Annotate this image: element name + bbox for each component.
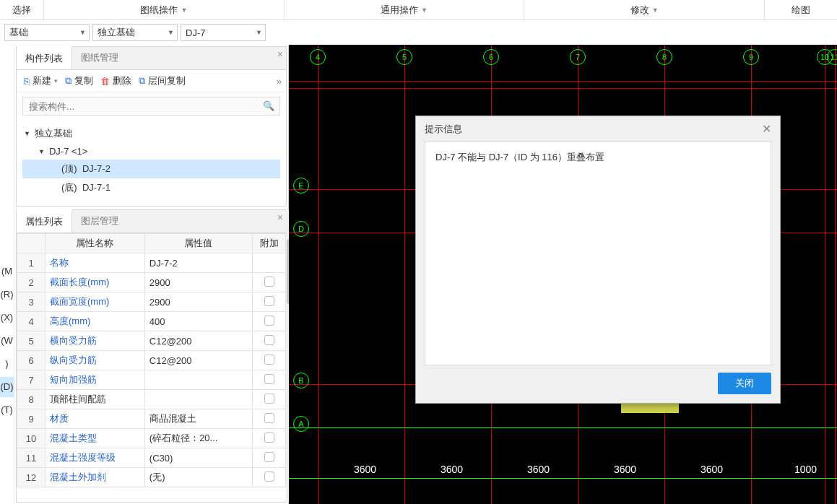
checkbox[interactable] [264, 433, 274, 443]
tab-layer-mgmt[interactable]: 图层管理 [72, 210, 127, 233]
close-icon[interactable]: × [277, 48, 283, 60]
left-rail-item[interactable]: ) [0, 354, 14, 374]
prop-name[interactable]: 短向加强筋 [45, 370, 145, 390]
prop-value[interactable]: DJ-7-2 [144, 253, 252, 273]
dialog-titlebar[interactable]: 提示信息 ✕ [416, 116, 780, 142]
prop-name[interactable]: 横向受力筋 [45, 331, 145, 351]
table-row[interactable]: 2截面长度(mm)2900 [17, 273, 286, 292]
table-row[interactable]: 11混凝土强度等级(C30) [17, 448, 286, 468]
table-row[interactable]: 4高度(mm)400 [17, 312, 286, 331]
prop-name[interactable]: 高度(mm) [45, 312, 145, 331]
new-button[interactable]: ⎘新建▾ [21, 73, 61, 89]
tree-leaf-bottom[interactable]: (底) DJ-7-1 [22, 178, 280, 197]
close-icon[interactable]: × [277, 212, 283, 223]
tab-property-list[interactable]: 属性列表 [17, 209, 72, 233]
table-row[interactable]: 8顶部柱间配筋 [17, 390, 286, 409]
tree-root[interactable]: ▼独立基础 [22, 124, 280, 143]
prop-value[interactable]: 商品混凝土 [144, 409, 252, 429]
delete-button[interactable]: 🗑删除 [97, 73, 134, 89]
prop-value[interactable]: 2900 [144, 273, 252, 292]
menu-modify[interactable]: 修改▼ [524, 0, 764, 19]
prop-extra[interactable] [253, 429, 286, 448]
prop-extra[interactable] [253, 390, 286, 409]
prop-extra[interactable] [253, 370, 286, 390]
left-rail-item[interactable]: (D) [0, 377, 14, 397]
checkbox[interactable] [264, 316, 274, 326]
tree-leaf-top[interactable]: (顶) DJ-7-2 [22, 160, 280, 178]
combo-type[interactable]: 独立基础▼ [92, 24, 178, 41]
combo-category[interactable]: 基础▼ [4, 24, 90, 41]
prop-name[interactable]: 混凝土类型 [45, 429, 145, 448]
prop-name[interactable]: 截面宽度(mm) [45, 292, 145, 312]
row-index: 12 [17, 468, 45, 487]
info-dialog: 提示信息 ✕ DJ-7 不能与 DJ-7（ID 为 116）重叠布置 关闭 [415, 116, 781, 404]
prop-name[interactable]: 混凝土强度等级 [45, 448, 145, 468]
axis-marker: 8 [656, 49, 672, 65]
layers-icon: ⧉ [139, 75, 145, 87]
prop-extra[interactable] [253, 273, 286, 292]
checkbox[interactable] [264, 413, 274, 423]
table-row[interactable]: 1名称DJ-7-2 [17, 253, 286, 273]
checkbox[interactable] [264, 394, 274, 404]
tab-component-list[interactable]: 构件列表 [17, 46, 72, 69]
dialog-close-icon[interactable]: ✕ [762, 122, 771, 136]
prop-name[interactable]: 名称 [45, 253, 145, 273]
tree-child[interactable]: ▼DJ-7 <1> [22, 143, 280, 160]
prop-extra[interactable] [253, 331, 286, 351]
left-rail-item[interactable]: (W [0, 331, 14, 351]
table-row[interactable]: 6纵向受力筋C12@200 [17, 351, 286, 370]
table-row[interactable]: 3截面宽度(mm)2900 [17, 292, 286, 312]
table-row[interactable]: 7短向加强筋 [17, 370, 286, 390]
prop-name[interactable]: 混凝土外加剂 [45, 468, 145, 487]
component-tabs: 构件列表 图纸管理 [17, 47, 286, 70]
prop-value[interactable]: (C30) [144, 448, 252, 468]
more-button[interactable]: » [277, 76, 282, 87]
prop-value[interactable]: (碎石粒径：20... [144, 429, 252, 448]
layer-copy-button[interactable]: ⧉层间复制 [136, 73, 188, 89]
checkbox[interactable] [264, 452, 274, 462]
tab-drawing-mgmt[interactable]: 图纸管理 [72, 47, 127, 69]
left-rail-item[interactable]: (X) [0, 308, 14, 328]
prop-extra[interactable] [253, 409, 286, 429]
prop-value[interactable]: (无) [144, 468, 252, 487]
prop-extra[interactable] [253, 312, 286, 331]
left-rail-item[interactable]: (M [0, 261, 14, 282]
left-rail-item[interactable]: (R) [0, 284, 14, 305]
prop-value[interactable] [144, 370, 252, 390]
prop-name[interactable]: 顶部柱间配筋 [45, 390, 145, 409]
left-rail-item[interactable]: (T) [0, 400, 14, 420]
table-row[interactable]: 5横向受力筋C12@200 [17, 331, 286, 351]
prop-extra[interactable] [253, 468, 286, 487]
tree-leaf-label: DJ-7-1 [82, 182, 110, 193]
checkbox[interactable] [264, 355, 274, 365]
prop-value[interactable]: 2900 [144, 292, 252, 312]
menu-drawing-ops[interactable]: 图纸操作▼ [44, 0, 284, 19]
checkbox[interactable] [264, 335, 274, 345]
checkbox[interactable] [264, 472, 274, 482]
prop-name[interactable]: 材质 [45, 409, 145, 429]
table-row[interactable]: 10混凝土类型(碎石粒径：20... [17, 429, 286, 448]
checkbox[interactable] [264, 277, 274, 287]
prop-extra[interactable] [253, 448, 286, 468]
search-input[interactable] [22, 97, 280, 116]
prop-value[interactable]: C12@200 [144, 351, 252, 370]
checkbox[interactable] [264, 374, 274, 384]
checkbox[interactable] [264, 296, 274, 306]
table-row[interactable]: 9材质商品混凝土 [17, 409, 286, 429]
combo-item[interactable]: DJ-7▼ [181, 24, 266, 41]
table-row[interactable]: 12混凝土外加剂(无) [17, 468, 286, 487]
menu-select[interactable]: 选择 [0, 0, 43, 19]
menu-draw[interactable]: 绘图 [765, 0, 837, 19]
prop-extra[interactable] [253, 253, 286, 273]
copy-button[interactable]: ⧉复制 [62, 73, 96, 89]
prop-extra[interactable] [253, 292, 286, 312]
prop-name[interactable]: 纵向受力筋 [45, 351, 145, 370]
prop-value[interactable]: C12@200 [144, 331, 252, 351]
dialog-close-button[interactable]: 关闭 [718, 373, 771, 394]
prop-value[interactable]: 400 [144, 312, 252, 331]
row-index: 10 [17, 429, 45, 448]
prop-extra[interactable] [253, 351, 286, 370]
prop-name[interactable]: 截面长度(mm) [45, 273, 145, 292]
prop-value[interactable] [144, 390, 252, 409]
menu-general-ops[interactable]: 通用操作▼ [285, 0, 524, 19]
